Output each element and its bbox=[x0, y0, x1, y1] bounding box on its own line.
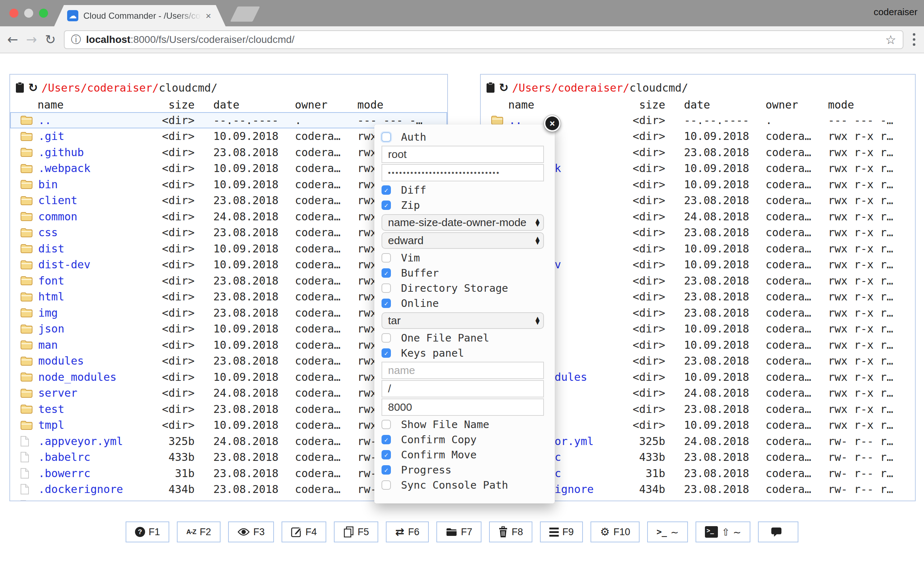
tab-close-icon[interactable]: × bbox=[206, 11, 211, 21]
file-name[interactable]: dist-dev bbox=[37, 258, 151, 271]
copy-path-clipboard-icon[interactable] bbox=[15, 82, 24, 93]
show-file-name-checkbox[interactable] bbox=[381, 420, 391, 429]
confirm-copy-checkbox[interactable]: ✓ bbox=[381, 435, 391, 444]
auth-checkbox[interactable] bbox=[381, 132, 391, 142]
file-icon bbox=[20, 436, 29, 447]
sync-console-path-checkbox[interactable] bbox=[381, 480, 391, 490]
prefix-field[interactable]: / bbox=[381, 380, 544, 397]
file-name[interactable]: .. bbox=[37, 114, 151, 127]
file-name[interactable]: .git bbox=[37, 130, 151, 142]
progress-option[interactable]: ✓ Progress bbox=[374, 462, 555, 477]
close-window-button[interactable] bbox=[10, 9, 18, 18]
file-mode: rwx r-x r… bbox=[828, 210, 915, 223]
confirm-copy-option[interactable]: ✓ Confirm Copy bbox=[374, 432, 555, 447]
browser-menu-icon[interactable] bbox=[911, 32, 917, 47]
terminal-button[interactable]: >_ ⇧ ~ bbox=[696, 521, 750, 542]
sync-console-path-option[interactable]: Sync Console Path bbox=[374, 477, 555, 493]
vim-option[interactable]: Vim bbox=[374, 250, 555, 266]
keys-panel-option[interactable]: ✓ Keys panel bbox=[374, 345, 555, 361]
directory-storage-checkbox[interactable] bbox=[381, 284, 391, 293]
zoom-window-button[interactable] bbox=[39, 9, 48, 18]
password-field[interactable]: •••••••••••••••••••••••••••••• bbox=[381, 164, 544, 181]
file-name[interactable]: .babelrc bbox=[37, 451, 151, 463]
diff-checkbox[interactable]: ✓ bbox=[381, 185, 391, 195]
back-icon[interactable]: ← bbox=[7, 33, 18, 46]
move-f6-button[interactable]: ⇄ F6 bbox=[386, 521, 429, 542]
zip-checkbox[interactable]: ✓ bbox=[381, 200, 391, 210]
file-name[interactable]: html bbox=[37, 290, 151, 303]
file-name[interactable]: test bbox=[37, 403, 151, 416]
copy-path-clipboard-icon[interactable] bbox=[486, 82, 495, 93]
file-size: <dir> bbox=[151, 178, 195, 191]
address-bar[interactable]: ⓘ localhost:8000/fs/Users/coderaiser/clo… bbox=[64, 30, 903, 49]
file-name[interactable]: .editorconfig bbox=[37, 499, 151, 501]
edit-f4-button[interactable]: F4 bbox=[281, 521, 326, 542]
file-name[interactable]: man bbox=[37, 338, 151, 351]
one-file-panel-option[interactable]: One File Panel bbox=[374, 330, 555, 345]
vim-checkbox[interactable] bbox=[381, 253, 391, 263]
console-button[interactable]: >_ ~ bbox=[647, 521, 688, 542]
columns-select[interactable]: name-size-date-owner-mode ▲▼ bbox=[381, 214, 544, 231]
one-file-panel-checkbox[interactable] bbox=[381, 333, 391, 343]
file-name[interactable]: .bowerrc bbox=[37, 467, 151, 480]
file-name[interactable]: server bbox=[37, 387, 151, 399]
editor-select[interactable]: edward ▲▼ bbox=[381, 232, 544, 249]
name-field[interactable]: name bbox=[381, 362, 544, 379]
file-name[interactable]: .appveyor.yml bbox=[37, 435, 151, 448]
view-f3-button[interactable]: F3 bbox=[228, 521, 274, 542]
auth-option[interactable]: Auth bbox=[374, 129, 555, 145]
online-option[interactable]: ✓ Online bbox=[374, 296, 555, 311]
buffer-label: Buffer bbox=[401, 267, 439, 279]
online-checkbox[interactable]: ✓ bbox=[381, 298, 391, 308]
refresh-icon[interactable]: ↻ bbox=[28, 82, 38, 93]
menu-f9-button[interactable]: F9 bbox=[540, 521, 583, 542]
page-info-icon[interactable]: ⓘ bbox=[71, 33, 81, 47]
delete-f8-button[interactable]: F8 bbox=[489, 521, 532, 542]
copy-f5-button[interactable]: F5 bbox=[334, 521, 379, 542]
file-name[interactable]: bin bbox=[37, 178, 151, 191]
new-tab-button[interactable] bbox=[230, 6, 260, 22]
progress-checkbox[interactable]: ✓ bbox=[381, 465, 391, 475]
minimize-window-button[interactable] bbox=[24, 9, 33, 18]
browser-tab[interactable]: ☁ Cloud Commander - /Users/cod × bbox=[54, 5, 226, 26]
refresh-icon[interactable]: ↻ bbox=[499, 82, 509, 93]
url-text[interactable]: localhost:8000/fs/Users/coderaiser/cloud… bbox=[86, 34, 880, 45]
buffer-option[interactable]: ✓ Buffer bbox=[374, 266, 555, 280]
config-f10-button[interactable]: ⚙ F10 bbox=[591, 521, 639, 542]
file-name[interactable]: common bbox=[37, 210, 151, 223]
path-parent-link[interactable]: /Users/coderaiser/ bbox=[42, 82, 159, 94]
dialog-close-icon[interactable]: × bbox=[544, 115, 561, 132]
reload-icon[interactable]: ↻ bbox=[45, 33, 56, 46]
file-name[interactable]: dist bbox=[37, 242, 151, 255]
bookmark-star-icon[interactable]: ☆ bbox=[885, 32, 896, 47]
zip-option[interactable]: ✓ Zip bbox=[374, 198, 555, 213]
packer-select[interactable]: tar ▲▼ bbox=[381, 312, 544, 329]
file-name[interactable]: .github bbox=[37, 146, 151, 159]
rename-f2-button[interactable]: A-Z F2 bbox=[177, 521, 221, 542]
buffer-checkbox[interactable]: ✓ bbox=[381, 268, 391, 278]
new-folder-f7-button[interactable]: F7 bbox=[436, 521, 482, 542]
file-name[interactable]: tmpl bbox=[37, 419, 151, 431]
file-name[interactable]: font bbox=[37, 274, 151, 287]
file-name[interactable]: json bbox=[37, 322, 151, 335]
show-file-name-option[interactable]: Show File Name bbox=[374, 417, 555, 432]
directory-storage-option[interactable]: Directory Storage bbox=[374, 280, 555, 296]
chat-button[interactable] bbox=[758, 521, 798, 542]
port-field[interactable]: 8000 bbox=[381, 398, 544, 416]
forward-icon[interactable]: → bbox=[26, 33, 37, 46]
confirm-move-checkbox[interactable]: ✓ bbox=[381, 450, 391, 459]
confirm-move-option[interactable]: ✓ Confirm Move bbox=[374, 447, 555, 462]
path-parent-link[interactable]: /Users/coderaiser/ bbox=[512, 82, 630, 94]
file-name[interactable]: .dockerignore bbox=[37, 483, 151, 495]
file-name[interactable]: css bbox=[37, 226, 151, 239]
help-f1-button[interactable]: ? F1 bbox=[126, 521, 170, 542]
file-size: <dir> bbox=[151, 242, 195, 255]
file-name[interactable]: modules bbox=[37, 355, 151, 367]
diff-option[interactable]: ✓ Diff bbox=[374, 182, 555, 198]
file-name[interactable]: client bbox=[37, 194, 151, 206]
keys-panel-checkbox[interactable]: ✓ bbox=[381, 348, 391, 358]
file-name[interactable]: .webpack bbox=[37, 162, 151, 174]
username-field[interactable]: root bbox=[381, 146, 544, 163]
file-name[interactable]: node_modules bbox=[37, 371, 151, 384]
file-name[interactable]: img bbox=[37, 306, 151, 319]
